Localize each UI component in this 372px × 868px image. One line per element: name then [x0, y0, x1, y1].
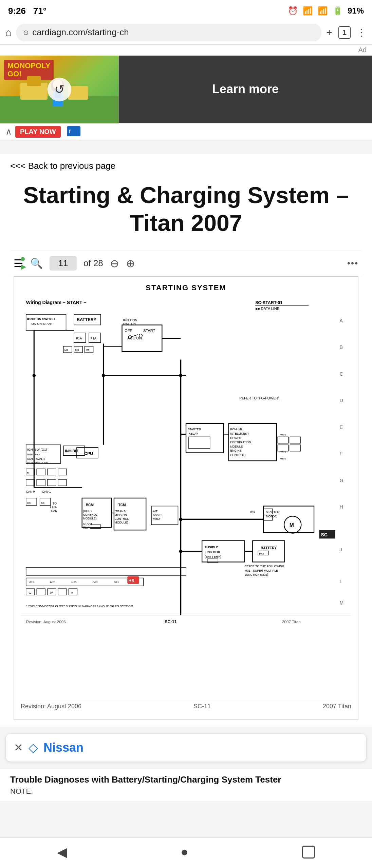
- pdf-diagram-container: STARTING SYSTEM Wiring Diagram – START –…: [14, 276, 358, 720]
- browser-menu-icon[interactable]: ⋮: [357, 27, 367, 38]
- svg-text:B: B: [71, 592, 73, 595]
- svg-text:MISSION: MISSION: [114, 514, 127, 517]
- svg-text:SC: SC: [321, 532, 328, 537]
- main-content: <<< Back to previous page Starting & Cha…: [0, 154, 372, 727]
- new-tab-icon[interactable]: +: [326, 27, 332, 38]
- svg-text:CONTROL: CONTROL: [114, 517, 129, 521]
- ad-banner[interactable]: MONOPOLY GO! ↺ Learn more: [0, 56, 372, 123]
- svg-text:RLY: RLY: [83, 526, 89, 529]
- svg-text:M20: M20: [50, 581, 55, 584]
- learn-more-button[interactable]: Learn more: [212, 82, 279, 96]
- svg-text:GND GND: GND GND: [27, 453, 40, 456]
- svg-text:CAN: CAN: [51, 509, 57, 513]
- svg-text:LINK BOX: LINK BOX: [205, 550, 220, 554]
- svg-text:START: START: [143, 329, 155, 333]
- diagram-title: STARTING SYSTEM: [21, 283, 351, 292]
- svg-text:JUNCTION (SMJ): JUNCTION (SMJ): [245, 573, 268, 577]
- svg-text:W: W: [29, 592, 32, 595]
- svg-text:2007 Titan: 2007 Titan: [282, 619, 301, 624]
- back-link[interactable]: <<< Back to previous page: [10, 161, 362, 171]
- svg-text:E: E: [339, 425, 342, 430]
- toc-button[interactable]: ☰ ▶: [14, 257, 23, 270]
- status-icons: ⏰ 📶 📶 🔋 91%: [288, 6, 364, 16]
- svg-text:M1: M1: [64, 349, 68, 352]
- svg-text:IGN_SW (G1): IGN_SW (G1): [27, 448, 47, 451]
- svg-text:M31 - SUPER MULTIPLE: M31 - SUPER MULTIPLE: [245, 569, 278, 572]
- svg-text:STARTER: STARTER: [266, 510, 279, 514]
- ad-replay-button[interactable]: ↺: [48, 78, 71, 101]
- ad-brand-badge-svg: f: [67, 126, 80, 136]
- svg-text:(TRANS-: (TRANS-: [114, 510, 126, 513]
- svg-rect-10: [21, 296, 351, 695]
- ad-badge: f: [67, 126, 80, 138]
- diagram-footer: Revision: August 2006 SC-11 2007 Titan: [21, 700, 351, 713]
- svg-text:■■ DATA LINE: ■■ DATA LINE: [255, 307, 279, 311]
- close-button[interactable]: ✕: [14, 741, 23, 754]
- svg-text:W/R: W/R: [280, 451, 286, 454]
- svg-text:MODULE): MODULE): [83, 517, 97, 520]
- svg-point-176: [179, 518, 182, 521]
- svg-text:Revision: August 2006: Revision: August 2006: [26, 619, 66, 624]
- nav-spacer: [0, 801, 372, 835]
- svg-text:SP1: SP1: [114, 581, 119, 584]
- pdf-more-icon[interactable]: •••: [347, 258, 358, 269]
- svg-text:PCM (I/R: PCM (I/R: [230, 428, 242, 431]
- svg-text:M15: M15: [29, 581, 34, 584]
- svg-text:CPU: CPU: [84, 451, 93, 456]
- svg-text:CONTROL): CONTROL): [230, 453, 245, 457]
- section-title: Trouble Diagnoses with Battery/Starting/…: [10, 774, 362, 785]
- svg-text:RELAY: RELAY: [189, 432, 198, 435]
- svg-text:IGNITION: IGNITION: [123, 318, 137, 322]
- zoom-out-icon[interactable]: ⊖: [110, 257, 119, 270]
- svg-text:MBLY: MBLY: [153, 517, 161, 521]
- collapse-arrow-icon[interactable]: ∧: [5, 126, 12, 137]
- page-label: SC-11: [193, 703, 211, 710]
- page-number-input[interactable]: 11: [50, 256, 77, 271]
- svg-text:BCM: BCM: [86, 503, 94, 507]
- svg-text:TO: TO: [53, 502, 57, 505]
- svg-text:ΔS: ΔS: [41, 501, 44, 504]
- svg-text:M: M: [27, 471, 30, 474]
- svg-text:(BODY: (BODY: [83, 509, 93, 513]
- recents-button[interactable]: [302, 846, 315, 859]
- back-button[interactable]: ◀: [57, 845, 67, 860]
- ad-collapse-bar[interactable]: ∧ PLAY NOW f: [0, 123, 372, 140]
- zoom-in-icon[interactable]: ⊕: [126, 257, 135, 270]
- svg-text:STARTER: STARTER: [188, 428, 201, 431]
- toc-arrow: ▶: [21, 262, 26, 271]
- battery-percent: 91%: [348, 6, 364, 16]
- ad-cta-area[interactable]: Learn more: [119, 56, 372, 123]
- svg-text:REFER TO THE FOLLOWING.: REFER TO THE FOLLOWING.: [245, 565, 285, 568]
- time: 9:26: [8, 6, 26, 16]
- svg-text:F1A: F1A: [76, 336, 82, 340]
- svg-text:ASSE-: ASSE-: [153, 514, 162, 517]
- svg-point-173: [33, 374, 36, 377]
- temperature: 71°: [33, 6, 46, 16]
- svg-text:F: F: [339, 451, 342, 456]
- search-icon[interactable]: 🔍: [30, 257, 43, 269]
- svg-text:W/R: W/R: [280, 457, 286, 460]
- svg-text:MODULE): MODULE): [114, 521, 128, 525]
- svg-text:f: f: [69, 129, 71, 134]
- home-button[interactable]: ●: [181, 845, 188, 859]
- svg-text:B/R: B/R: [250, 510, 255, 514]
- address-bar[interactable]: ⊙ cardiagn.com/starting-ch: [16, 24, 321, 41]
- svg-text:SC-11: SC-11: [165, 619, 177, 624]
- svg-text:BATTERY: BATTERY: [261, 546, 277, 550]
- tab-count[interactable]: 1: [338, 26, 351, 39]
- bottom-banner[interactable]: ✕ ◇ Nissan: [5, 733, 367, 762]
- home-icon[interactable]: ⌂: [5, 27, 12, 38]
- svg-text:INTELLIGENT: INTELLIGENT: [230, 432, 249, 435]
- wiring-diagram-svg: Wiring Diagram – START – SC-START-01 ■■ …: [21, 296, 351, 695]
- svg-text:(BATTERY): (BATTERY): [205, 555, 221, 558]
- status-time-temp: 9:26 71°: [8, 6, 46, 16]
- svg-text:HS: HS: [128, 578, 134, 583]
- model-label: 2007 Titan: [323, 703, 351, 710]
- svg-text:* THIS CONNECTOR IS NOT SHOWN : * THIS CONNECTOR IS NOT SHOWN IN 'HARNES…: [26, 605, 134, 608]
- ad-label: Ad: [0, 45, 372, 56]
- svg-text:ENGINE: ENGINE: [230, 449, 241, 452]
- svg-text:ΔS: ΔS: [27, 501, 31, 504]
- play-now-button[interactable]: PLAY NOW: [15, 126, 61, 138]
- svg-text:F1A: F1A: [91, 336, 97, 340]
- svg-text:W/R: W/R: [280, 433, 286, 436]
